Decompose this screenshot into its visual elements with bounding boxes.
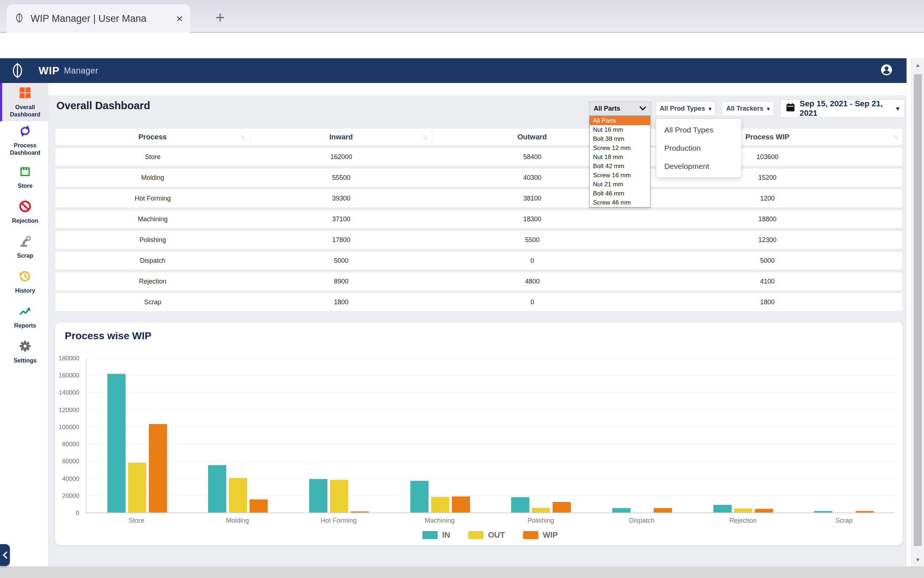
y-tick-label: 120000 — [58, 407, 79, 414]
sidebar-item-label: Reports — [14, 322, 36, 330]
date-range-button[interactable]: Sep 15, 2021 - Sep 21, 2021 ▾ — [780, 99, 905, 118]
bar-group-hot-forming — [288, 359, 390, 513]
chart-bar-wip — [452, 497, 470, 513]
cell-inward: 1800 — [250, 293, 432, 311]
parts-option-bolt-42-mm[interactable]: Bolt 42 mm — [590, 162, 650, 171]
cell-wip: 18800 — [632, 210, 903, 228]
legend-swatch — [422, 531, 438, 539]
tab-close-icon[interactable]: × — [176, 13, 183, 24]
parts-option-nut-18-mm[interactable]: Nut 18 mm — [590, 153, 650, 162]
browser-tab[interactable]: WIP Manager | User Mana × — [6, 4, 190, 33]
y-tick-label: 160000 — [58, 372, 79, 379]
chart-bar-in — [410, 481, 429, 513]
sidebar-item-rejection[interactable]: Rejection — [0, 194, 48, 229]
prod-types-button[interactable]: All Prod Types ▾ — [656, 102, 715, 116]
legend-item-wip[interactable]: WIP — [523, 530, 558, 540]
table-row: Store16200058400103600 — [55, 148, 903, 166]
calendar-icon — [786, 103, 795, 114]
legend-item-out[interactable]: OUT — [468, 530, 505, 540]
sidebar-item-settings[interactable]: Settings — [0, 334, 48, 369]
trackers-button[interactable]: All Trackers ▾ — [722, 102, 774, 116]
sidebar-item-reports[interactable]: Reports — [0, 299, 48, 334]
cell-process: Hot Forming — [55, 189, 250, 208]
table-row: Scrap180001800 — [55, 293, 903, 312]
table-row: Molding555004030015200 — [55, 168, 903, 187]
sidebar-item-store[interactable]: Store — [0, 159, 48, 194]
chart-bar-in — [511, 497, 529, 513]
chart-bar-in — [714, 505, 731, 513]
app-body: Overall DashboardProcess DashboardStoreR… — [0, 83, 906, 567]
prod-types-button-label: All Prod Types — [660, 105, 705, 112]
x-tick-label: Molding — [187, 517, 288, 524]
column-header-label: Outward — [517, 133, 547, 141]
chart-card: Process wise WIP 02000040000600008000010… — [55, 322, 903, 545]
sidebar-collapse-button[interactable] — [0, 544, 10, 566]
cell-inward: 8900 — [250, 272, 432, 291]
y-tick-label: 40000 — [62, 475, 79, 483]
x-tick-label: Hot Forming — [288, 517, 389, 524]
chart-bar-wip — [351, 511, 369, 513]
parts-select[interactable]: All Parts — [589, 102, 651, 116]
cell-outward: 4800 — [432, 272, 632, 291]
sort-icon[interactable]: ↑↓ — [241, 133, 245, 141]
y-tick-label: 20000 — [62, 492, 79, 500]
page-scrollbar[interactable]: ▲ ▼ — [911, 58, 924, 567]
app-navbar: WIP Manager — [0, 58, 906, 83]
scrollbar-thumb[interactable] — [914, 74, 922, 546]
table-header: Process↑↓Inward↑↓Outward↑↓Process WIP↑↓ — [55, 128, 903, 146]
prod-types-menu: All Prod TypesProductionDevelopment — [656, 119, 741, 178]
chart-bar-wip — [149, 424, 167, 513]
process-table: Process↑↓Inward↑↓Outward↑↓Process WIP↑↓ … — [55, 128, 903, 312]
parts-option-bolt-38-mm[interactable]: Bolt 38 mm — [590, 134, 650, 143]
prod-type-option-development[interactable]: Development — [656, 157, 741, 175]
bar-group-dispatch — [592, 359, 693, 513]
sidebar-item-overall-dashboard[interactable]: Overall Dashboard — [0, 83, 48, 121]
bar-group-store — [87, 359, 188, 513]
cell-process: Scrap — [55, 293, 250, 311]
sort-icon[interactable]: ↑↓ — [422, 133, 427, 141]
table-row: Polishing17800550012300 — [55, 231, 903, 249]
chart-bar-in — [107, 374, 126, 513]
rejection-icon — [18, 200, 32, 215]
column-header-label: Process — [138, 133, 167, 141]
sidebar-item-scrap[interactable]: Scrap — [0, 229, 48, 264]
sidebar-item-history[interactable]: History — [0, 264, 48, 299]
legend-item-in[interactable]: IN — [422, 530, 450, 540]
cell-wip: 1200 — [632, 189, 903, 208]
browser-tab-strip: WIP Manager | User Mana × + — [0, 0, 924, 33]
scrap-icon — [18, 234, 32, 250]
sidebar-item-label: Overall Dashboard — [3, 104, 47, 118]
bar-group-scrap — [793, 359, 895, 513]
chart-bar-groups — [87, 359, 895, 513]
parts-option-screw-16-mm[interactable]: Screw 16 mm — [590, 171, 650, 180]
parts-option-nut-21-mm[interactable]: Nut 21 mm — [590, 180, 650, 189]
user-account-icon[interactable] — [879, 62, 894, 79]
parts-option-screw-46-mm[interactable]: Screw 46 mm — [590, 198, 650, 207]
chart-y-axis: 0200004000060000800001000001200001400001… — [55, 359, 81, 513]
sidebar-item-label: Process Dashboard — [3, 142, 47, 156]
store-icon — [18, 164, 32, 180]
prod-type-option-all-prod-types[interactable]: All Prod Types — [656, 121, 741, 139]
parts-option-screw-12-mm[interactable]: Screw 12 mm — [590, 143, 650, 153]
parts-option-bolt-46-mm[interactable]: Bolt 46 mm — [590, 189, 650, 198]
bar-group-molding — [188, 359, 289, 513]
scroll-up-icon[interactable]: ▲ — [912, 62, 924, 68]
chart-bar-out — [431, 497, 449, 513]
column-header-process[interactable]: Process↑↓ — [55, 128, 250, 145]
sidebar-item-label: Rejection — [12, 217, 38, 224]
scroll-down-icon[interactable]: ▼ — [912, 557, 924, 563]
parts-option-nut-16-mm[interactable]: Nut 16 mm — [590, 125, 650, 134]
sort-icon[interactable]: ↑↓ — [893, 133, 897, 141]
chart-bar-wip — [654, 508, 672, 513]
column-header-label: Inward — [329, 133, 353, 141]
parts-option-all-parts[interactable]: All Parts — [590, 116, 650, 125]
cell-inward: 162000 — [250, 148, 432, 166]
new-tab-button[interactable]: + — [209, 6, 231, 28]
legend-label: OUT — [488, 530, 505, 540]
screen: WIP Manager | User Mana × + ← → ⟳ — [0, 0, 924, 578]
chart-bar-out — [734, 508, 752, 513]
prod-type-option-production[interactable]: Production — [656, 139, 741, 157]
column-header-inward[interactable]: Inward↑↓ — [250, 128, 432, 145]
chart-bar-in — [309, 479, 327, 513]
sidebar-item-process-dashboard[interactable]: Process Dashboard — [0, 121, 48, 159]
